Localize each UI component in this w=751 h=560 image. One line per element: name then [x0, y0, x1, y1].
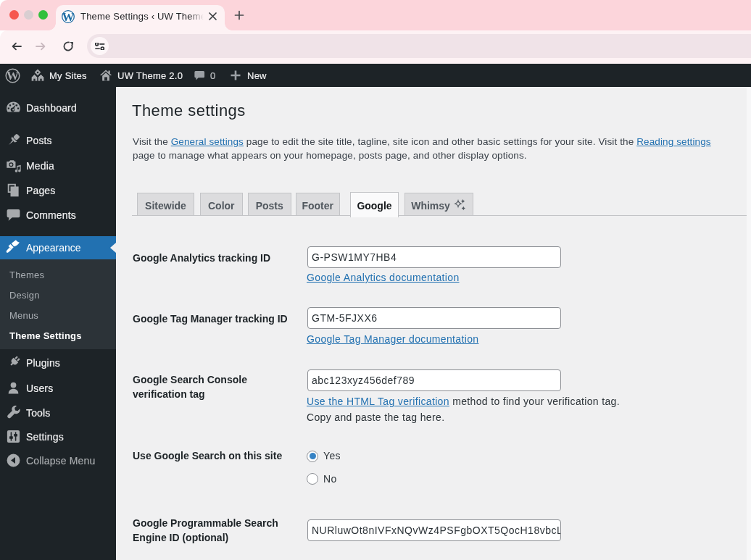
svg-text:W: W: [7, 69, 19, 83]
svg-text:W: W: [62, 10, 75, 23]
